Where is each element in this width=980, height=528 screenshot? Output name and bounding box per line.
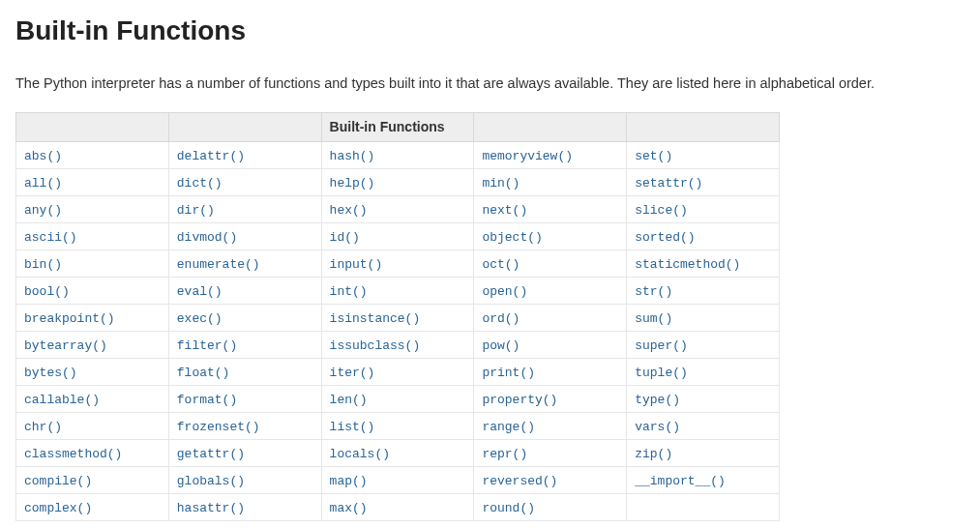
- table-row: callable()format()len()property()type(): [16, 385, 780, 412]
- table-cell: compile(): [16, 466, 169, 493]
- function-link[interactable]: sum(): [635, 311, 672, 326]
- function-link[interactable]: globals(): [177, 474, 245, 488]
- function-link[interactable]: slice(): [635, 203, 688, 218]
- table-cell: bin(): [16, 249, 169, 277]
- function-link[interactable]: super(): [635, 338, 688, 353]
- function-link[interactable]: bytearray(): [24, 338, 107, 353]
- function-link[interactable]: bool(): [24, 284, 70, 299]
- function-link[interactable]: map(): [330, 474, 368, 488]
- function-link[interactable]: issubclass(): [330, 338, 421, 353]
- function-link[interactable]: compile(): [24, 474, 92, 488]
- function-link[interactable]: setattr(): [635, 176, 702, 191]
- function-link[interactable]: complex(): [24, 501, 92, 515]
- function-link[interactable]: str(): [635, 284, 672, 299]
- function-link[interactable]: callable(): [24, 393, 100, 407]
- builtin-functions-table: Built-in Functions abs()delattr()hash()m…: [15, 112, 780, 521]
- function-link[interactable]: iter(): [330, 366, 375, 380]
- function-link[interactable]: type(): [635, 393, 680, 407]
- function-link[interactable]: enumerate(): [177, 257, 260, 272]
- table-cell: next(): [474, 195, 627, 222]
- function-link[interactable]: chr(): [24, 420, 62, 434]
- function-link[interactable]: dir(): [177, 203, 215, 218]
- function-link[interactable]: format(): [177, 393, 237, 407]
- function-link[interactable]: getattr(): [177, 447, 245, 461]
- function-link[interactable]: tuple(): [635, 366, 688, 380]
- function-link[interactable]: hex(): [330, 203, 368, 218]
- table-cell: classmethod(): [16, 439, 169, 466]
- function-link[interactable]: help(): [330, 176, 375, 191]
- table-cell: locals(): [321, 439, 474, 466]
- function-link[interactable]: print(): [482, 366, 535, 380]
- intro-text: The Python interpreter has a number of f…: [15, 73, 965, 95]
- function-link[interactable]: reversed(): [482, 474, 557, 488]
- function-link[interactable]: hasattr(): [177, 501, 245, 515]
- table-cell: any(): [16, 195, 169, 222]
- function-link[interactable]: round(): [482, 501, 535, 515]
- function-link[interactable]: breakpoint(): [24, 311, 115, 326]
- function-link[interactable]: dict(): [177, 176, 223, 191]
- function-link[interactable]: input(): [330, 257, 383, 272]
- function-link[interactable]: staticmethod(): [635, 257, 740, 272]
- table-cell: ascii(): [16, 222, 169, 249]
- table-row: ascii()divmod()id()object()sorted(): [16, 222, 780, 249]
- function-link[interactable]: abs(): [24, 149, 62, 163]
- function-link[interactable]: classmethod(): [24, 447, 122, 461]
- function-link[interactable]: ascii(): [24, 230, 77, 245]
- table-row: classmethod()getattr()locals()repr()zip(…: [16, 439, 780, 466]
- function-link[interactable]: eval(): [177, 284, 223, 299]
- function-link[interactable]: oct(): [482, 257, 520, 272]
- function-link[interactable]: memoryview(): [482, 149, 573, 163]
- table-cell: bytes(): [16, 358, 169, 385]
- function-link[interactable]: max(): [330, 501, 368, 515]
- function-link[interactable]: int(): [330, 284, 368, 299]
- function-link[interactable]: frozenset(): [177, 420, 260, 434]
- function-link[interactable]: next(): [482, 203, 527, 218]
- function-link[interactable]: isinstance(): [330, 311, 421, 326]
- table-cell: frozenset(): [168, 412, 321, 439]
- table-row: complex()hasattr()max()round(): [16, 493, 780, 520]
- function-link[interactable]: vars(): [635, 420, 680, 434]
- function-link[interactable]: locals(): [330, 447, 390, 461]
- table-cell: hash(): [321, 141, 474, 168]
- table-cell: len(): [321, 385, 474, 412]
- function-link[interactable]: pow(): [482, 338, 520, 353]
- function-link[interactable]: bytes(): [24, 366, 77, 380]
- table-header-col-1: [168, 112, 321, 141]
- table-cell: iter(): [321, 358, 474, 385]
- function-link[interactable]: zip(): [635, 447, 672, 461]
- function-link[interactable]: __import__(): [635, 474, 726, 488]
- function-link[interactable]: len(): [330, 393, 368, 407]
- function-link[interactable]: filter(): [177, 338, 237, 353]
- function-link[interactable]: sorted(): [635, 230, 695, 245]
- function-link[interactable]: all(): [24, 176, 62, 191]
- function-link[interactable]: repr(): [482, 447, 527, 461]
- table-cell: memoryview(): [474, 141, 627, 168]
- function-link[interactable]: range(): [482, 420, 535, 434]
- table-cell: ord(): [474, 304, 627, 331]
- table-cell: chr(): [16, 412, 169, 439]
- function-link[interactable]: list(): [330, 420, 375, 434]
- table-cell: globals(): [168, 466, 321, 493]
- function-link[interactable]: object(): [482, 230, 542, 245]
- function-link[interactable]: delattr(): [177, 149, 245, 163]
- table-row: any()dir()hex()next()slice(): [16, 195, 780, 222]
- function-link[interactable]: exec(): [177, 311, 223, 326]
- table-cell: object(): [474, 222, 627, 249]
- table-cell: dict(): [168, 168, 321, 195]
- table-cell: id(): [321, 222, 474, 249]
- table-cell: enumerate(): [168, 249, 321, 277]
- function-link[interactable]: open(): [482, 284, 527, 299]
- function-link[interactable]: any(): [24, 203, 62, 218]
- function-link[interactable]: divmod(): [177, 230, 237, 245]
- function-link[interactable]: set(): [635, 149, 672, 163]
- function-link[interactable]: hash(): [330, 149, 375, 163]
- function-link[interactable]: id(): [330, 230, 360, 245]
- function-link[interactable]: property(): [482, 393, 557, 407]
- function-link[interactable]: bin(): [24, 257, 62, 272]
- table-cell: property(): [474, 385, 627, 412]
- table-cell: __import__(): [627, 466, 780, 493]
- function-link[interactable]: ord(): [482, 311, 520, 326]
- function-link[interactable]: min(): [482, 176, 520, 191]
- function-link[interactable]: float(): [177, 366, 230, 380]
- table-cell: max(): [321, 493, 474, 520]
